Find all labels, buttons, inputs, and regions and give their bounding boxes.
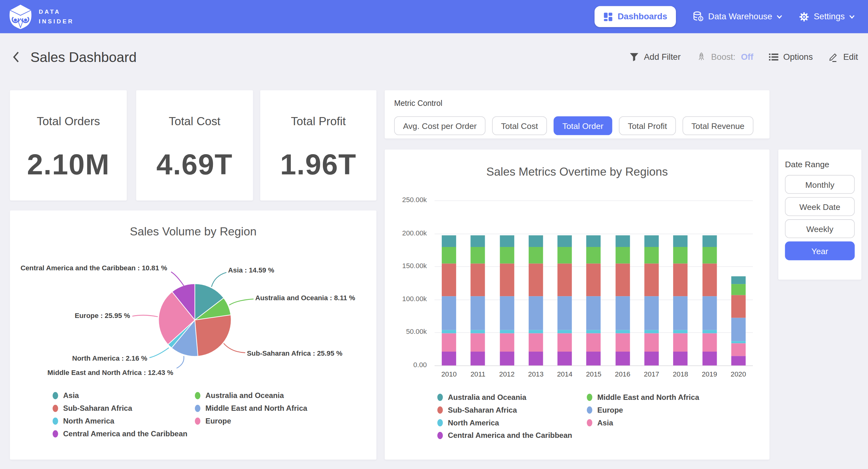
bar-segment-central-america-and-the-caribbean[interactable] xyxy=(442,352,456,365)
metric-option-total-order[interactable]: Total Order xyxy=(554,116,612,135)
bar-segment-europe[interactable] xyxy=(500,296,514,330)
bar-segment-sub-saharan-africa[interactable] xyxy=(616,263,630,296)
bar-2019[interactable] xyxy=(702,235,716,365)
legend-item-asia[interactable]: Asia xyxy=(53,391,195,400)
bar-segment-asia[interactable] xyxy=(674,333,688,352)
bar-segment-north-america[interactable] xyxy=(645,330,659,333)
bar-segment-sub-saharan-africa[interactable] xyxy=(674,263,688,296)
bar-segment-middle-east-and-north-africa[interactable] xyxy=(558,247,572,263)
boost-toggle[interactable]: Boost:Off xyxy=(696,52,753,62)
bar-segment-central-america-and-the-caribbean[interactable] xyxy=(500,352,514,365)
bar-segment-europe[interactable] xyxy=(529,296,543,330)
bar-segment-middle-east-and-north-africa[interactable] xyxy=(587,247,601,263)
bar-segment-north-america[interactable] xyxy=(702,330,716,333)
bar-segment-central-america-and-the-caribbean[interactable] xyxy=(731,356,745,365)
legend-item-north-america[interactable]: North America xyxy=(437,418,587,427)
bar-segment-asia[interactable] xyxy=(645,333,659,352)
bar-segment-sub-saharan-africa[interactable] xyxy=(500,263,514,296)
bar-segment-europe[interactable] xyxy=(587,296,601,330)
legend-item-north-america[interactable]: North America xyxy=(53,417,195,426)
bar-segment-central-america-and-the-caribbean[interactable] xyxy=(471,352,485,365)
bar-segment-asia[interactable] xyxy=(442,333,456,352)
bar-segment-north-america[interactable] xyxy=(471,330,485,333)
bar-segment-sub-saharan-africa[interactable] xyxy=(558,263,572,296)
bar-segment-north-america[interactable] xyxy=(587,330,601,333)
add-filter-button[interactable]: Add Filter xyxy=(629,52,681,62)
bar-segment-sub-saharan-africa[interactable] xyxy=(645,263,659,296)
bar-segment-north-america[interactable] xyxy=(500,330,514,333)
bar-segment-europe[interactable] xyxy=(731,318,745,341)
bar-segment-sub-saharan-africa[interactable] xyxy=(587,263,601,296)
bar-segment-australia-and-oceania[interactable] xyxy=(645,235,659,247)
bar-segment-asia[interactable] xyxy=(702,333,716,352)
bar-segment-middle-east-and-north-africa[interactable] xyxy=(442,247,456,263)
date-range-option-year[interactable]: Year xyxy=(785,241,855,260)
bar-segment-australia-and-oceania[interactable] xyxy=(529,235,543,247)
legend-item-australia-and-oceania[interactable]: Australia and Oceania xyxy=(437,393,587,402)
nav-settings[interactable]: Settings xyxy=(799,11,855,22)
metric-option-total-revenue[interactable]: Total Revenue xyxy=(682,116,753,135)
bar-segment-central-america-and-the-caribbean[interactable] xyxy=(587,352,601,365)
bar-segment-australia-and-oceania[interactable] xyxy=(702,235,716,247)
bar-segment-europe[interactable] xyxy=(558,296,572,330)
nav-data-warehouse[interactable]: Data Warehouse xyxy=(693,11,782,23)
bar-2013[interactable] xyxy=(529,235,543,365)
bar-segment-central-america-and-the-caribbean[interactable] xyxy=(645,352,659,365)
edit-button[interactable]: Edit xyxy=(828,52,858,62)
bar-segment-north-america[interactable] xyxy=(529,330,543,333)
bar-segment-middle-east-and-north-africa[interactable] xyxy=(674,247,688,263)
bar-segment-sub-saharan-africa[interactable] xyxy=(702,263,716,296)
bar-segment-asia[interactable] xyxy=(471,333,485,352)
date-range-option-week-date[interactable]: Week Date xyxy=(785,197,855,216)
options-button[interactable]: Options xyxy=(769,52,813,62)
bar-segment-europe[interactable] xyxy=(442,296,456,330)
metric-option-total-cost[interactable]: Total Cost xyxy=(492,116,547,135)
brand-logo[interactable]: DATA INSIDER xyxy=(8,4,74,29)
bar-segment-asia[interactable] xyxy=(616,333,630,352)
bar-segment-central-america-and-the-caribbean[interactable] xyxy=(674,352,688,365)
legend-item-asia[interactable]: Asia xyxy=(587,418,699,427)
bar-segment-middle-east-and-north-africa[interactable] xyxy=(529,247,543,263)
bar-segment-north-america[interactable] xyxy=(558,330,572,333)
bar-segment-middle-east-and-north-africa[interactable] xyxy=(500,247,514,263)
bar-segment-australia-and-oceania[interactable] xyxy=(471,235,485,247)
bar-segment-europe[interactable] xyxy=(645,296,659,330)
bar-2017[interactable] xyxy=(645,235,659,365)
bar-segment-australia-and-oceania[interactable] xyxy=(587,235,601,247)
bar-segment-sub-saharan-africa[interactable] xyxy=(442,263,456,296)
back-button[interactable] xyxy=(10,49,22,65)
legend-item-australia-and-oceania[interactable]: Australia and Oceania xyxy=(195,391,307,400)
bar-segment-asia[interactable] xyxy=(731,343,745,356)
legend-item-middle-east-and-north-africa[interactable]: Middle East and North Africa xyxy=(587,393,699,402)
bar-segment-australia-and-oceania[interactable] xyxy=(616,235,630,247)
bar-segment-north-america[interactable] xyxy=(674,330,688,333)
bar-segment-europe[interactable] xyxy=(471,296,485,330)
bar-segment-australia-and-oceania[interactable] xyxy=(442,235,456,247)
legend-item-europe[interactable]: Europe xyxy=(195,417,307,426)
bar-segment-north-america[interactable] xyxy=(442,330,456,333)
date-range-option-monthly[interactable]: Monthly xyxy=(785,175,855,194)
bar-2012[interactable] xyxy=(500,235,514,365)
bar-segment-australia-and-oceania[interactable] xyxy=(674,235,688,247)
bar-segment-australia-and-oceania[interactable] xyxy=(500,235,514,247)
bar-segment-europe[interactable] xyxy=(702,296,716,330)
metric-option-total-profit[interactable]: Total Profit xyxy=(619,116,676,135)
bar-segment-sub-saharan-africa[interactable] xyxy=(471,263,485,296)
bar-segment-middle-east-and-north-africa[interactable] xyxy=(731,284,745,295)
legend-item-europe[interactable]: Europe xyxy=(587,406,699,414)
bar-segment-central-america-and-the-caribbean[interactable] xyxy=(702,352,716,365)
bar-segment-asia[interactable] xyxy=(500,333,514,352)
legend-item-sub-saharan-africa[interactable]: Sub-Saharan Africa xyxy=(437,406,587,414)
bar-2018[interactable] xyxy=(674,235,688,365)
legend-item-central-america-and-the-caribbean[interactable]: Central America and the Caribbean xyxy=(437,431,587,440)
bar-segment-asia[interactable] xyxy=(529,333,543,352)
legend-item-middle-east-and-north-africa[interactable]: Middle East and North Africa xyxy=(195,404,307,413)
bar-segment-australia-and-oceania[interactable] xyxy=(558,235,572,247)
legend-item-central-america-and-the-caribbean[interactable]: Central America and the Caribbean xyxy=(53,430,195,438)
bar-2010[interactable] xyxy=(442,235,456,365)
bar-segment-europe[interactable] xyxy=(674,296,688,330)
bar-2016[interactable] xyxy=(616,235,630,365)
bar-segment-middle-east-and-north-africa[interactable] xyxy=(616,247,630,263)
bar-segment-middle-east-and-north-africa[interactable] xyxy=(645,247,659,263)
bar-segment-central-america-and-the-caribbean[interactable] xyxy=(616,352,630,365)
